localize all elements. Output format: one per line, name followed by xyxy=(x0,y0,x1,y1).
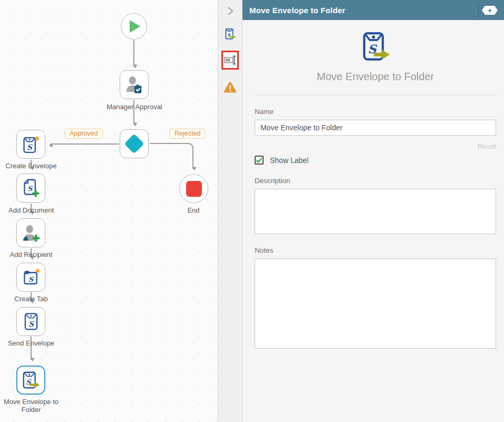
send-envelope-icon: S xyxy=(22,312,40,331)
stop-square-icon xyxy=(186,181,202,197)
svg-text:✱: ✱ xyxy=(34,135,40,142)
create-envelope-icon: S ✱ xyxy=(21,135,41,155)
name-label: Name xyxy=(255,108,496,116)
description-label: Description xyxy=(255,177,496,185)
node-end[interactable] xyxy=(179,174,208,203)
move-envelope-large-icon: S xyxy=(359,29,392,66)
add-step-button[interactable]: + xyxy=(482,6,498,15)
edge-label-rejected: Rejected xyxy=(170,129,205,139)
node-manager-approval[interactable] xyxy=(120,70,149,99)
workflow-canvas[interactable]: Manager Approval Approved Rejected S ✱ C… xyxy=(0,0,218,422)
svg-text:S: S xyxy=(27,185,33,193)
create-tab-icon: S ✱ xyxy=(21,267,41,287)
move-envelope-icon: S xyxy=(21,370,42,390)
step-icon-wrap: S xyxy=(255,29,496,66)
collapse-panel-button[interactable] xyxy=(218,1,243,21)
step-title: Move Envelope to Folder xyxy=(255,71,496,83)
node-label: Manager Approval xyxy=(100,103,169,111)
node-decision[interactable] xyxy=(120,129,149,158)
name-input[interactable] xyxy=(255,120,496,136)
notes-textarea[interactable] xyxy=(255,258,496,349)
tab-properties-selected[interactable] xyxy=(221,51,239,70)
checkmark-icon xyxy=(256,157,263,163)
reset-row: Reset xyxy=(255,141,496,151)
node-label: Move Envelope to Folder xyxy=(0,398,65,414)
chevron-right-icon xyxy=(227,6,234,16)
node-create-tab[interactable]: S ✱ xyxy=(16,263,45,292)
warning-triangle-icon xyxy=(224,81,237,93)
tab-step-settings[interactable]: S xyxy=(218,23,243,44)
reset-link[interactable]: Reset xyxy=(478,142,496,150)
add-recipient-icon xyxy=(21,223,41,243)
plus-icon: + xyxy=(488,7,492,14)
properties-text-icon xyxy=(224,54,237,66)
properties-panel: Move Envelope to Folder + S Move Envelop… xyxy=(243,0,504,422)
node-label: Add Recipient xyxy=(0,251,65,258)
node-label: Add Document xyxy=(0,206,65,214)
user-approval-icon xyxy=(124,75,144,95)
show-label-checkbox[interactable] xyxy=(255,156,264,165)
node-label: End xyxy=(159,206,228,214)
play-icon xyxy=(129,20,141,33)
panel-body: S Move Envelope to Folder Name Reset Sho… xyxy=(243,29,504,349)
edge-label-approved: Approved xyxy=(65,129,103,139)
add-document-icon: S xyxy=(21,178,41,198)
svg-text:S: S xyxy=(28,275,34,283)
svg-text:S: S xyxy=(28,320,34,328)
node-move-envelope-to-folder[interactable]: S xyxy=(16,366,45,395)
node-create-envelope[interactable]: S ✱ xyxy=(16,130,45,159)
panel-header: Move Envelope to Folder + xyxy=(243,0,504,20)
node-add-document[interactable]: S xyxy=(16,174,45,203)
notes-label: Notes xyxy=(255,246,496,254)
decision-diamond-icon xyxy=(124,133,144,154)
node-start[interactable] xyxy=(121,13,147,40)
svg-text:S: S xyxy=(27,143,33,151)
node-add-recipient[interactable] xyxy=(16,218,45,247)
show-label-row: Show Label xyxy=(255,156,496,165)
title-divider xyxy=(255,95,496,95)
workflow-designer-app: Manager Approval Approved Rejected S ✱ C… xyxy=(0,0,504,422)
node-label: Send Envelope xyxy=(0,339,65,347)
show-label-text: Show Label xyxy=(270,156,308,165)
node-send-envelope[interactable]: S xyxy=(16,307,45,336)
node-label: Create Envelope xyxy=(0,162,65,170)
panel-tab-strip: S xyxy=(218,0,243,422)
move-envelope-icon: S xyxy=(224,27,237,41)
svg-text:✱: ✱ xyxy=(35,267,40,275)
tab-warnings[interactable] xyxy=(218,76,243,98)
header-divider xyxy=(478,3,479,17)
panel-header-title: Move Envelope to Folder xyxy=(243,6,345,15)
description-textarea[interactable] xyxy=(255,189,496,234)
node-label: Create Tab xyxy=(0,295,65,303)
